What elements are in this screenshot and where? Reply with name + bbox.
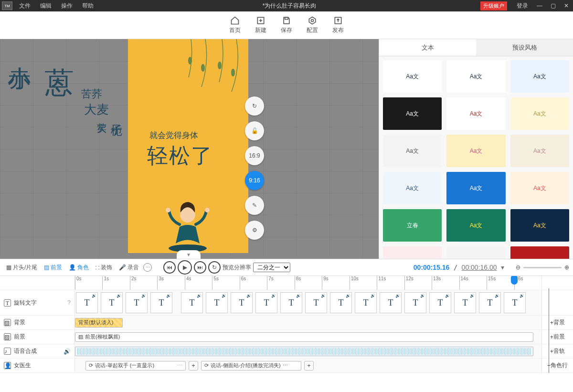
zoom-out-icon[interactable]: ⊖ xyxy=(516,264,520,271)
text-clip[interactable]: T xyxy=(126,292,148,313)
text-clip[interactable]: T xyxy=(76,292,98,313)
text-clip[interactable]: T xyxy=(255,292,277,313)
text-clip[interactable]: T xyxy=(429,292,451,313)
text-clip[interactable]: T xyxy=(101,292,123,313)
tab-text[interactable]: 文本 xyxy=(379,39,476,56)
canvas-refresh-button[interactable]: ↻ xyxy=(245,96,264,116)
track-fg-lane[interactable]: ▨ 前景(柳枝飘摇) xyxy=(75,330,541,344)
text-clip[interactable]: T xyxy=(380,292,402,313)
style-thumbnail[interactable]: Aa文 xyxy=(446,97,505,130)
tl-loop-button[interactable]: ↻ xyxy=(208,261,221,274)
canvas-area[interactable]: 赤小 蒽 苦荞 大麦 芡实 栀子 就会觉得身体 轻松了 ↻ 🔓 16:9 9:1… xyxy=(0,39,379,259)
tl-tab-foreground[interactable]: ▤前景 xyxy=(42,262,64,273)
track-tts-lane[interactable] xyxy=(75,344,541,358)
add-bg-button[interactable]: + 背景 xyxy=(541,316,573,329)
track-role-lane[interactable]: ⟳ 说话-举起双手 (一直显示) ⋯ + ⟳ 说话-侧面站-介绍(播放完消失) … xyxy=(75,359,541,372)
role-clip-2[interactable]: ⟳ 说话-侧面站-介绍(播放完消失) ⋯ xyxy=(201,361,301,371)
close-button[interactable]: ✕ xyxy=(560,2,573,9)
maximize-button[interactable]: ▢ xyxy=(546,2,560,9)
tl-prev-button[interactable]: ⏮ xyxy=(163,261,176,274)
style-thumbnail[interactable]: Aa文 xyxy=(446,60,505,93)
text-clip[interactable]: T xyxy=(404,292,426,313)
canvas-lock-button[interactable]: 🔓 xyxy=(245,121,264,140)
main-toolbar: 首页 新建 保存 配置 发布 xyxy=(0,11,573,39)
minimize-button[interactable]: — xyxy=(533,2,546,9)
fg-clip[interactable]: ▨ 前景(柳枝飘摇) xyxy=(75,332,533,342)
style-thumbnail[interactable]: 立春 xyxy=(383,209,442,242)
tl-tab-role[interactable]: 👤角色 xyxy=(66,262,91,273)
style-thumbnail[interactable]: Aa文 xyxy=(383,172,442,204)
menu-edit[interactable]: 编辑 xyxy=(35,2,56,10)
style-thumbnail[interactable]: Aa文 xyxy=(446,209,505,242)
add-role-clip-between[interactable]: + xyxy=(189,361,198,371)
style-thumbnail[interactable]: Aa文 xyxy=(510,97,569,130)
text-clip[interactable]: T xyxy=(150,292,172,313)
tl-tab-record[interactable]: 🎤录音 xyxy=(117,262,141,273)
zoom-slider[interactable] xyxy=(523,267,562,268)
resolution-select[interactable]: 二分之一 xyxy=(253,263,290,272)
text-clip[interactable]: T xyxy=(181,292,203,313)
new-button[interactable]: 新建 xyxy=(255,16,266,34)
add-fg-button[interactable]: + 前景 xyxy=(541,330,573,344)
text-clip[interactable]: T xyxy=(280,292,302,313)
svg-point-5 xyxy=(188,57,192,64)
style-thumbnail[interactable]: Aa文 xyxy=(510,60,569,93)
home-button[interactable]: 首页 xyxy=(229,16,241,34)
help-icon[interactable]: ? xyxy=(67,299,71,306)
tl-tab-head-tail[interactable]: ▦片头/片尾 xyxy=(4,262,40,273)
text-clip[interactable]: T xyxy=(504,292,526,313)
role-track-icon: 👤 xyxy=(4,362,11,369)
style-thumbnail[interactable]: Aa文 xyxy=(510,246,569,259)
bg-track-icon: ▨ xyxy=(4,319,11,326)
speaker-icon[interactable]: 🔊 xyxy=(64,348,71,355)
role-clip-1[interactable]: ⟳ 说话-举起双手 (一直显示) ⋯ xyxy=(85,361,186,371)
text-clip[interactable]: T xyxy=(454,292,476,313)
tts-clip[interactable] xyxy=(75,347,533,356)
publish-button[interactable]: 发布 xyxy=(332,16,344,34)
canvas-portrait[interactable]: 就会觉得身体 轻松了 xyxy=(128,39,248,253)
style-thumbnail[interactable]: Aa文 xyxy=(510,172,569,204)
login-button[interactable]: 登录 xyxy=(512,2,533,10)
add-role-clip-after[interactable]: + xyxy=(304,361,314,371)
text-clip[interactable]: T xyxy=(231,292,253,313)
canvas-ratio-916-button[interactable]: 9:16 xyxy=(245,171,264,190)
canvas-edit-button[interactable]: ✎ xyxy=(245,196,264,215)
save-button[interactable]: 保存 xyxy=(281,16,292,34)
canvas-settings-button[interactable]: ⚙ xyxy=(245,221,264,240)
menu-help[interactable]: 帮助 xyxy=(77,2,98,10)
text-clip[interactable]: T xyxy=(305,292,327,313)
style-thumbnail[interactable]: Aa文 xyxy=(446,135,505,167)
add-role-row-button[interactable]: + 角色行 xyxy=(541,359,573,372)
time-total[interactable]: 00:00:16.00 xyxy=(462,264,497,271)
text-clip[interactable]: T xyxy=(355,292,377,313)
timeline-ruler[interactable]: 0s1s2s3s4s5s6s7s8s9s10s11s12s13s14s15s16… xyxy=(0,276,573,290)
canvas-ratio-169-button[interactable]: 16:9 xyxy=(245,146,264,165)
upgrade-button[interactable]: 升级账户 xyxy=(480,1,507,11)
text-clip[interactable]: T xyxy=(330,292,352,313)
bg-clip[interactable]: 背景(默认淡入) xyxy=(75,318,123,328)
style-thumbnail[interactable]: Aa文 xyxy=(446,172,505,204)
style-thumbnail[interactable]: Aa文 xyxy=(383,60,442,93)
canvas-expand-tab[interactable]: ▼ xyxy=(177,250,201,259)
add-audio-button[interactable]: + 音轨 xyxy=(541,344,573,358)
style-thumbnail[interactable]: Aa文 xyxy=(510,135,569,167)
tab-preset-style[interactable]: 预设风格 xyxy=(476,39,573,56)
tl-next-button[interactable]: ⏭ xyxy=(194,261,206,274)
tl-play-button[interactable]: ▶ xyxy=(178,260,192,275)
config-button[interactable]: 配置 xyxy=(307,16,318,34)
zoom-in-icon[interactable]: ⊕ xyxy=(564,264,569,271)
text-clip[interactable]: T xyxy=(479,292,501,313)
tl-tab-decor[interactable]: ⸬装饰 xyxy=(93,262,115,273)
menu-action[interactable]: 操作 xyxy=(56,2,77,10)
style-thumbnail[interactable]: Aa文 xyxy=(383,246,442,259)
track-bg-lane[interactable]: 背景(默认淡入) xyxy=(75,316,541,329)
style-thumbnail[interactable]: 一年赚 xyxy=(446,246,505,259)
playhead[interactable] xyxy=(511,276,518,285)
track-text-lane[interactable]: TTTTTTTTTTTTTTTTTT xyxy=(75,290,541,315)
style-thumbnail[interactable]: Aa文 xyxy=(510,209,569,242)
style-thumbnail[interactable]: Aa文 xyxy=(383,135,442,167)
menu-file[interactable]: 文件 xyxy=(14,2,35,10)
text-clip[interactable]: T xyxy=(206,292,228,313)
tl-more-button[interactable]: ⋯ xyxy=(143,263,152,272)
style-thumbnail[interactable]: Aa文 xyxy=(383,97,442,130)
